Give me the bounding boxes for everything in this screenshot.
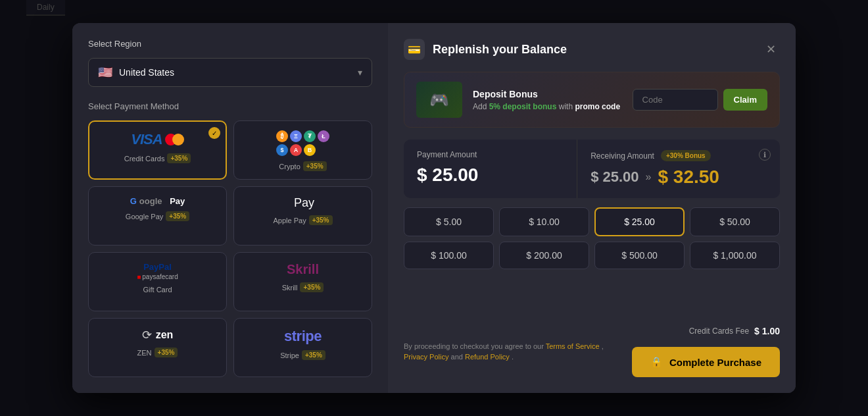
receiving-amount-label: Receiving Amount	[591, 151, 654, 161]
crypto-label: Crypto +35%	[279, 161, 326, 171]
region-select[interactable]: 🇺🇸 United States ▾	[88, 58, 372, 87]
flag-icon: 🇺🇸	[98, 65, 112, 80]
payment-method-stripe[interactable]: stripe Stripe +35%	[233, 318, 372, 377]
preset-500[interactable]: $ 500.00	[594, 242, 685, 269]
skrill-badge: +35%	[300, 282, 324, 292]
stripe-logo: stripe	[284, 328, 322, 345]
usdt-icon: ₮	[304, 130, 316, 142]
credit-cards-badge: +35%	[167, 153, 191, 163]
crypto-icons: ₿ Ξ ₮ Ł $ A B	[276, 130, 329, 156]
amount-section: Payment Amount $ 25.00 ℹ Receiving Amoun…	[404, 140, 780, 198]
promo-input-group: Claim	[633, 89, 767, 111]
crypto-badge: +35%	[303, 161, 327, 171]
preset-5[interactable]: $ 5.00	[404, 207, 494, 236]
fee-label: Credit Cards Fee	[689, 326, 749, 336]
terms-suffix: .	[512, 353, 514, 361]
credit-cards-label: Credit Cards +35%	[124, 153, 191, 163]
promo-description: Add 5% deposit bonus with promo code	[473, 102, 620, 111]
bonus-badge: +30% Bonus	[661, 150, 711, 161]
right-panel: 💳 Replenish your Balance ✕ 🎮 Deposit Bon…	[388, 23, 796, 393]
left-panel: Select Region 🇺🇸 United States ▾ Select …	[72, 23, 388, 393]
promo-text: Deposit Bonus Add 5% deposit bonus with …	[473, 89, 620, 111]
payment-method-google-pay[interactable]: Google Pay Google Pay +35%	[88, 186, 227, 246]
google-pay-logo: Google Pay	[130, 196, 185, 206]
avax-icon: A	[290, 144, 302, 156]
close-button[interactable]: ✕	[761, 40, 780, 59]
zen-logo: ⟳ zen	[142, 328, 174, 342]
promo-banner: 🎮 Deposit Bonus Add 5% deposit bonus wit…	[404, 72, 780, 128]
fee-value: $ 1.00	[754, 326, 780, 336]
payment-amount-label: Payment Amount	[417, 150, 564, 159]
apple-pay-logo: Pay	[291, 196, 314, 210]
modal-footer: By proceeding to checkout you agree to o…	[404, 326, 780, 377]
payment-method-credit-cards[interactable]: ✓ VISA Credit Cards +35%	[88, 120, 227, 180]
credit-cards-logo: VISA	[131, 131, 183, 148]
arrow-icon: »	[646, 171, 652, 183]
payment-method-gift-card[interactable]: PayPal ■paysafecard Gift Card	[88, 252, 227, 311]
gift-card-label: Gift Card	[143, 286, 172, 294]
footer-terms: By proceeding to checkout you agree to o…	[404, 341, 621, 363]
terms-of-service-link[interactable]: Terms of Service	[546, 342, 600, 350]
payment-amount-value: $ 25.00	[417, 165, 564, 186]
skrill-label: Skrill +35%	[282, 282, 324, 292]
presets-grid: $ 5.00 $ 10.00 $ 25.00 $ 50.00 $ 100.00 …	[404, 207, 780, 269]
google-pay-badge: +35%	[166, 211, 189, 221]
payment-amount-panel: Payment Amount $ 25.00	[404, 140, 577, 198]
ethereum-icon: Ξ	[290, 130, 302, 142]
complete-purchase-button[interactable]: 🔒 Complete Purchase	[632, 347, 780, 377]
bnb-icon: B	[304, 144, 316, 156]
privacy-policy-link[interactable]: Privacy Policy	[404, 353, 448, 361]
modal: Select Region 🇺🇸 United States ▾ Select …	[72, 23, 796, 393]
info-icon[interactable]: ℹ	[759, 149, 771, 161]
preset-1000[interactable]: $ 1,000.00	[690, 242, 780, 269]
preset-10[interactable]: $ 10.00	[499, 207, 589, 236]
promo-mid: with	[559, 102, 575, 111]
gift-card-logo: PayPal ■paysafecard	[137, 262, 178, 280]
skrill-logo: Skrill	[287, 262, 319, 277]
preset-50[interactable]: $ 50.00	[690, 207, 780, 236]
payment-method-skrill[interactable]: Skrill Skrill +35%	[233, 252, 372, 311]
payment-method-apple-pay[interactable]: Pay Apple Pay +35%	[233, 186, 372, 246]
chevron-down-icon: ▾	[358, 67, 362, 78]
payment-method-crypto[interactable]: ₿ Ξ ₮ Ł $ A B Crypto +35%	[233, 120, 372, 180]
region-text: United States	[119, 67, 351, 78]
payment-methods-label: Select Payment Method	[88, 101, 372, 111]
footer-right: Credit Cards Fee $ 1.00 🔒 Complete Purch…	[632, 326, 780, 377]
apple-pay-label: Apple Pay +35%	[273, 215, 332, 225]
fee-section: Credit Cards Fee $ 1.00	[689, 326, 780, 336]
promo-code-input[interactable]	[633, 89, 718, 111]
receiving-row: Receiving Amount +30% Bonus	[591, 150, 767, 161]
receiving-bonus: $ 32.50	[658, 167, 719, 188]
claim-button[interactable]: Claim	[723, 89, 767, 111]
mastercard-icon	[165, 134, 184, 145]
stripe-badge: +35%	[302, 350, 326, 360]
receiving-amount-values: $ 25.00 » $ 32.50	[591, 167, 767, 188]
preset-25[interactable]: $ 25.00	[594, 207, 685, 236]
stripe-label: Stripe +35%	[280, 350, 326, 360]
zen-badge: +35%	[155, 348, 178, 357]
receiving-amount-panel: ℹ Receiving Amount +30% Bonus $ 25.00 » …	[577, 140, 780, 198]
usdc-icon: $	[276, 144, 288, 156]
receiving-original: $ 25.00	[591, 169, 639, 186]
promo-highlight: 5% deposit bonus	[489, 102, 557, 111]
payment-method-zen[interactable]: ⟳ zen ZEN +35%	[88, 318, 227, 377]
paysafe-logo: ■paysafecard	[137, 273, 178, 280]
modal-title: Replenish your Balance	[433, 43, 567, 57]
terms-comma: ,	[602, 342, 604, 350]
region-label: Select Region	[88, 39, 372, 49]
litecoin-icon: Ł	[318, 130, 329, 142]
preset-200[interactable]: $ 200.00	[499, 242, 589, 269]
google-pay-label: Google Pay +35%	[126, 211, 189, 221]
lock-icon: 🔒	[650, 356, 663, 368]
promo-title: Deposit Bonus	[473, 89, 620, 99]
promo-code-label: promo code	[575, 102, 620, 111]
terms-and: and	[451, 353, 465, 361]
bitcoin-icon: ₿	[276, 130, 288, 142]
promo-prefix: Add	[473, 102, 489, 111]
modal-header: 💳 Replenish your Balance ✕	[404, 39, 780, 60]
preset-100[interactable]: $ 100.00	[404, 242, 494, 269]
complete-purchase-label: Complete Purchase	[669, 357, 761, 368]
refund-policy-link[interactable]: Refund Policy	[465, 353, 510, 361]
apple-pay-badge: +35%	[309, 215, 333, 225]
visa-icon: VISA	[131, 131, 162, 148]
